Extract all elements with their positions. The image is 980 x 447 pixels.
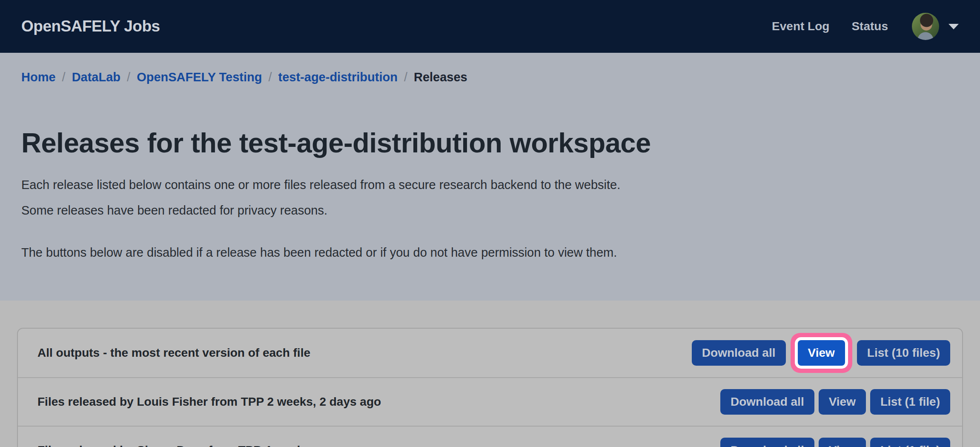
release-row-simon-davy: Files released by Simon Davy from TPP 4 … (18, 426, 962, 447)
releases-section: All outputs - the most recent version of… (0, 301, 980, 447)
view-button[interactable]: View (798, 340, 845, 366)
release-row-louis-fisher: Files released by Louis Fisher from TPP … (18, 377, 962, 426)
navbar-right: Event Log Status (750, 13, 959, 40)
hero-section: Home / DataLab / OpenSAFELY Testing / te… (0, 53, 980, 301)
breadcrumb-separator: / (268, 68, 272, 86)
app-title[interactable]: OpenSAFELY Jobs (21, 17, 160, 35)
intro-paragraph: Each release listed below contains one o… (21, 172, 651, 223)
navbar: OpenSAFELY Jobs Event Log Status (0, 0, 980, 53)
page-title: Releases for the test-age-distribution w… (21, 127, 959, 159)
release-row-title: All outputs - the most recent version of… (37, 346, 310, 360)
breadcrumb-separator: / (404, 68, 407, 86)
chevron-down-icon (948, 24, 959, 29)
releases-card: All outputs - the most recent version of… (17, 328, 963, 447)
view-button[interactable]: View (819, 389, 866, 415)
breadcrumb: Home / DataLab / OpenSAFELY Testing / te… (21, 68, 959, 86)
breadcrumb-datalab[interactable]: DataLab (72, 68, 120, 86)
download-all-button[interactable]: Download all (692, 340, 786, 366)
breadcrumb-workspace[interactable]: test-age-distribution (278, 68, 398, 86)
release-row-title: Files released by Simon Davy from TPP 4 … (37, 444, 335, 447)
breadcrumb-separator: / (127, 68, 130, 86)
user-menu[interactable] (912, 13, 959, 40)
list-files-button[interactable]: List (1 file) (870, 438, 950, 447)
nav-event-log[interactable]: Event Log (772, 20, 829, 33)
release-row-title: Files released by Louis Fisher from TPP … (37, 395, 381, 409)
view-button[interactable]: View (819, 438, 866, 447)
release-row-actions: Download all View List (1 file) (720, 438, 950, 447)
breadcrumb-current: Releases (414, 68, 467, 86)
download-all-button[interactable]: Download all (720, 438, 814, 447)
permissions-paragraph: The buttons below are disabled if a rele… (21, 240, 651, 266)
release-row-actions: Download all View List (1 file) (720, 389, 950, 415)
breadcrumb-separator: / (62, 68, 66, 86)
download-all-button[interactable]: Download all (720, 389, 814, 415)
breadcrumb-opensafely-testing[interactable]: OpenSAFELY Testing (137, 68, 262, 86)
breadcrumb-home[interactable]: Home (21, 68, 56, 86)
list-files-button[interactable]: List (1 file) (870, 389, 950, 415)
list-files-button[interactable]: List (10 files) (857, 340, 950, 366)
release-row-all-outputs: All outputs - the most recent version of… (18, 329, 962, 377)
nav-status[interactable]: Status (851, 20, 888, 33)
release-row-actions: Download all View List (10 files) (692, 340, 950, 366)
avatar (912, 13, 939, 40)
